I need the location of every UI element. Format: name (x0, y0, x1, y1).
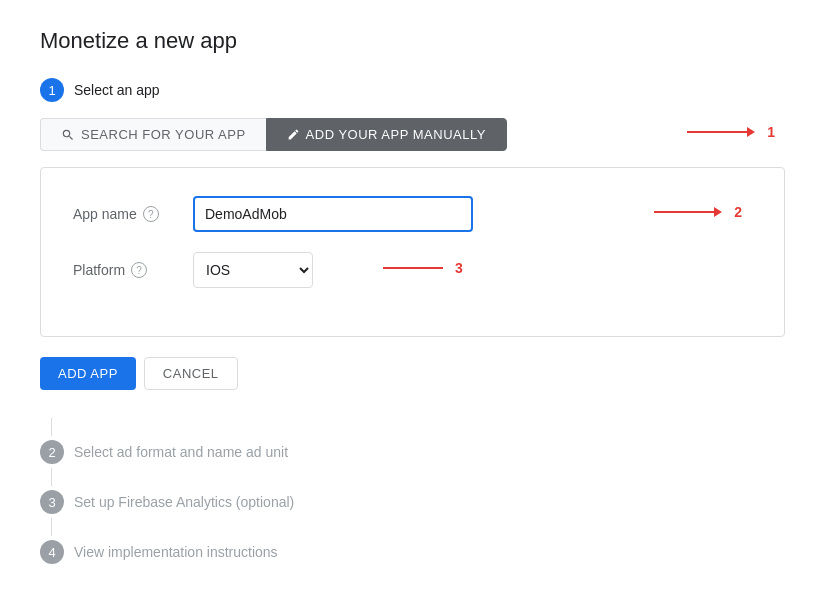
step-1-header: 1 Select an app (40, 78, 785, 102)
action-row: ADD APP CANCEL (40, 357, 785, 390)
step-2-item: 2 Select ad format and name ad unit (40, 440, 785, 464)
app-name-input[interactable] (193, 196, 473, 232)
step-3-label: Set up Firebase Analytics (optional) (74, 494, 294, 510)
step-2-label: Select ad format and name ad unit (74, 444, 288, 460)
search-tab-label: SEARCH FOR YOUR APP (81, 127, 246, 142)
add-app-button[interactable]: ADD APP (40, 357, 136, 390)
step-1-label: Select an app (74, 82, 160, 98)
cancel-button[interactable]: CANCEL (144, 357, 238, 390)
connector-2-3 (51, 468, 52, 486)
manual-tab-label: ADD YOUR APP MANUALLY (306, 127, 486, 142)
app-name-help-icon[interactable]: ? (143, 206, 159, 222)
platform-select[interactable]: IOS Android (193, 252, 313, 288)
search-tab[interactable]: SEARCH FOR YOUR APP (40, 118, 266, 151)
platform-label: Platform ? (73, 262, 193, 278)
step-3-item: 3 Set up Firebase Analytics (optional) (40, 490, 785, 514)
manual-tab[interactable]: ADD YOUR APP MANUALLY (266, 118, 507, 151)
connector-1-2 (51, 418, 52, 436)
step-4-item: 4 View implementation instructions (40, 540, 785, 564)
app-name-row: App name ? (73, 196, 752, 232)
platform-help-icon[interactable]: ? (131, 262, 147, 278)
step-3-circle: 3 (40, 490, 64, 514)
platform-row: Platform ? IOS Android (73, 252, 752, 288)
pencil-icon (287, 128, 300, 141)
connector-3-4 (51, 518, 52, 536)
search-icon (61, 128, 75, 142)
step-4-label: View implementation instructions (74, 544, 278, 560)
step-4-circle: 4 (40, 540, 64, 564)
form-card: App name ? 2 Platform ? IOS (40, 167, 785, 337)
step-2-circle: 2 (40, 440, 64, 464)
steps-list: 2 Select ad format and name ad unit 3 Se… (40, 418, 785, 564)
page-title: Monetize a new app (40, 28, 785, 54)
tab-row: SEARCH FOR YOUR APP ADD YOUR APP MANUALL… (40, 118, 785, 151)
step-1-circle: 1 (40, 78, 64, 102)
app-name-label: App name ? (73, 206, 193, 222)
